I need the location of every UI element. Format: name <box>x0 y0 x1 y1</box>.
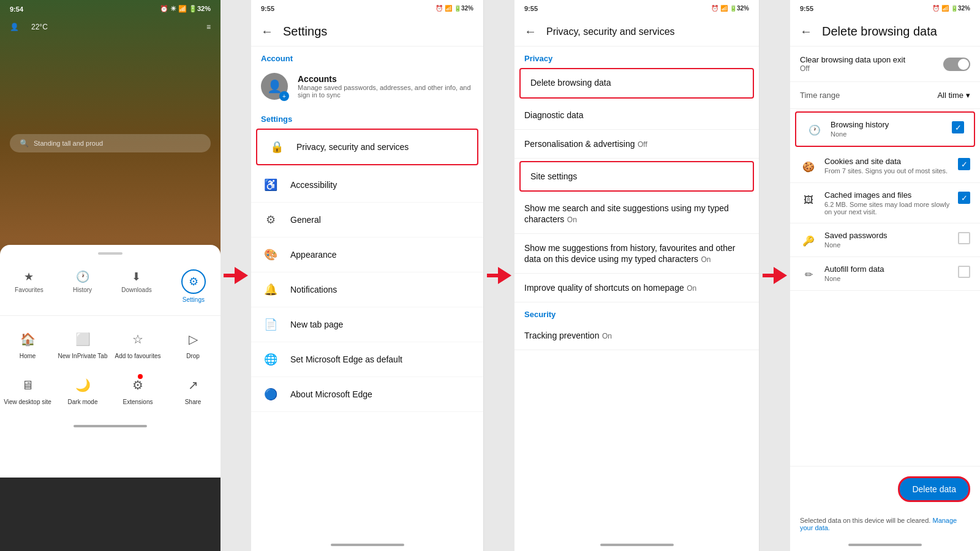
nav-history-label: History <box>73 287 92 293</box>
back-button-2[interactable]: ← <box>261 24 273 39</box>
back-button-4[interactable]: ← <box>800 24 812 39</box>
edge-logo-icon: 🔵 <box>261 384 281 404</box>
accounts-item[interactable]: 👤 + Accounts Manage saved passwords, add… <box>251 66 483 107</box>
cached-checkbox[interactable]: ✓ <box>958 192 970 204</box>
menu-setdefault-label: Set Microsoft Edge as default <box>290 354 402 364</box>
nav-settings[interactable]: ⚙ Settings <box>176 267 211 305</box>
action-inprivate[interactable]: ⬜ New InPrivate Tab <box>55 321 110 367</box>
action-desktop[interactable]: 🖥 View desktop site <box>0 367 55 413</box>
data-browsing-history[interactable]: 🕐 Browsing history None ✓ <box>795 111 975 147</box>
menu-notifications[interactable]: 🔔 Notifications <box>251 272 483 307</box>
time-range-row: Time range All time ▾ <box>790 82 980 109</box>
autofill-checkbox[interactable] <box>958 266 970 278</box>
search-bar-phone[interactable]: 🔍 Standing tall and proud <box>10 134 211 152</box>
settings-title: Settings <box>283 24 327 39</box>
saved-passwords-checkbox[interactable] <box>958 232 970 244</box>
nav-history[interactable]: 🕐 History <box>68 267 97 305</box>
footer-text: Selected data on this device will be cle… <box>790 512 980 536</box>
account-title: Accounts <box>298 74 473 84</box>
weather-widget: 👤 22°C ≡ <box>0 18 221 36</box>
home-icon: 🏠 <box>17 328 39 350</box>
status-bar-4: 9:55 ⏰ 📶 🔋32% <box>790 0 980 17</box>
account-plus-icon: + <box>279 91 289 101</box>
data-cookies[interactable]: 🍪 Cookies and site data From 7 sites. Si… <box>790 149 980 183</box>
chevron-down-icon: ▾ <box>966 91 970 100</box>
privacy-tracking[interactable]: Tracking prevention On <box>514 321 759 350</box>
menu-appearance-label: Appearance <box>290 250 337 260</box>
home-indicator-3 <box>600 544 674 546</box>
cookies-checkbox[interactable]: ✓ <box>958 158 970 170</box>
privacy-diagnostic[interactable]: Diagnostic data <box>514 101 759 130</box>
data-cached[interactable]: 🖼 Cached images and files 6.2 MB. Some s… <box>790 183 980 223</box>
favourites-icon: ★ <box>21 269 36 284</box>
clear-on-exit-label: Clear browsing data upon exit <box>800 55 905 64</box>
privacy-search-suggestions[interactable]: Show me search and site suggestions usin… <box>514 194 759 234</box>
browsing-history-text: Browsing history None <box>831 120 944 138</box>
action-share[interactable]: ↗ Share <box>165 367 221 413</box>
home-indicator-1 <box>74 425 147 427</box>
main-layout: 9:54 ⏰ ☀ 📶 🔋32% 👤 22°C ≡ 🔍 Standing tall… <box>0 0 980 551</box>
status-icons-1: ⏰ ☀ 📶 🔋32% <box>160 5 211 13</box>
back-button-3[interactable]: ← <box>524 24 537 39</box>
extensions-icon: ⚙ <box>127 374 149 396</box>
downloads-icon: ⬇ <box>129 269 144 284</box>
delete-data-button[interactable]: Delete data <box>898 476 970 502</box>
wallpaper: 9:54 ⏰ ☀ 📶 🔋32% 👤 22°C ≡ 🔍 Standing tall… <box>0 0 221 478</box>
time-range-selected: All time <box>937 91 963 100</box>
nav-settings-label: Settings <box>183 296 205 303</box>
privacy-personalisation[interactable]: Personalisation & advertising Off <box>514 130 759 159</box>
panel-phone-home: 9:54 ⏰ ☀ 📶 🔋32% 👤 22°C ≡ 🔍 Standing tall… <box>0 0 221 551</box>
action-extensions[interactable]: ⚙ Extensions <box>110 367 165 413</box>
time-4: 9:55 <box>800 5 813 12</box>
edge-default-icon: 🌐 <box>261 350 281 369</box>
menu-setdefault[interactable]: 🌐 Set Microsoft Edge as default <box>251 342 483 377</box>
nav-favourites[interactable]: ★ Favourites <box>10 267 48 305</box>
sheet-handle <box>98 252 123 255</box>
cookies-sub: From 7 sites. Signs you out of most site… <box>824 167 951 174</box>
clear-on-exit-toggle[interactable] <box>943 58 970 71</box>
action-add-fav[interactable]: ☆ Add to favourites <box>110 321 165 367</box>
footer-content: Selected data on this device will be cle… <box>800 517 930 524</box>
menu-privacy[interactable]: 🔒 Privacy, security and services <box>256 129 478 165</box>
browsing-history-checkbox[interactable]: ✓ <box>952 121 964 133</box>
menu-about-label: About Microsoft Edge <box>290 389 372 399</box>
time-range-value[interactable]: All time ▾ <box>937 91 970 100</box>
search-text: Standing tall and proud <box>34 140 103 147</box>
clear-on-exit-value: Off <box>800 64 905 73</box>
action-home[interactable]: 🏠 Home <box>0 321 55 367</box>
privacy-delete-data[interactable]: Delete browsing data <box>519 68 754 99</box>
privacy-site-settings[interactable]: Site settings <box>519 161 754 192</box>
settings-header: ← Settings <box>251 17 483 47</box>
menu-about[interactable]: 🔵 About Microsoft Edge <box>251 377 483 412</box>
account-text: Accounts Manage saved passwords, address… <box>298 74 473 99</box>
data-saved-passwords[interactable]: 🔑 Saved passwords None <box>790 223 980 257</box>
data-autofill[interactable]: ✏ Autofill form data None <box>790 257 980 291</box>
nav-downloads[interactable]: ⬇ Downloads <box>116 267 156 305</box>
action-drop[interactable]: ▷ Drop <box>165 321 221 367</box>
menu-newtab-label: New tab page <box>290 320 343 329</box>
privacy-shortcuts[interactable]: Improve quality of shortcuts on homepage… <box>514 274 759 302</box>
history-data-icon: 🕐 <box>806 121 823 138</box>
arrow-1 <box>221 0 251 551</box>
menu-general-label: General <box>290 215 321 225</box>
status-icons-2: ⏰ 📶 🔋32% <box>435 5 473 12</box>
status-bar-2: 9:55 ⏰ 📶 🔋32% <box>251 0 483 17</box>
menu-newtab[interactable]: 📄 New tab page <box>251 307 483 342</box>
menu-accessibility-label: Accessibility <box>290 180 337 190</box>
personalisation-label: Personalisation & advertising <box>524 139 635 149</box>
section-settings-label: Settings <box>251 107 483 126</box>
arrow-2 <box>484 0 514 551</box>
tracking-label: Tracking prevention <box>524 331 599 340</box>
status-bar-3: 9:55 ⏰ 📶 🔋32% <box>514 0 759 17</box>
weather-temp: 22°C <box>31 23 48 31</box>
share-icon: ↗ <box>182 374 204 396</box>
autofill-label: Autofill form data <box>824 264 951 274</box>
saved-passwords-sub: None <box>824 241 951 249</box>
privacy-history-suggestions[interactable]: Show me suggestions from history, favour… <box>514 234 759 274</box>
cookies-label: Cookies and site data <box>824 157 951 166</box>
menu-accessibility[interactable]: ♿ Accessibility <box>251 168 483 203</box>
action-desktop-label: View desktop site <box>4 399 51 405</box>
menu-general[interactable]: ⚙ General <box>251 203 483 238</box>
action-dark[interactable]: 🌙 Dark mode <box>55 367 110 413</box>
menu-appearance[interactable]: 🎨 Appearance <box>251 238 483 272</box>
